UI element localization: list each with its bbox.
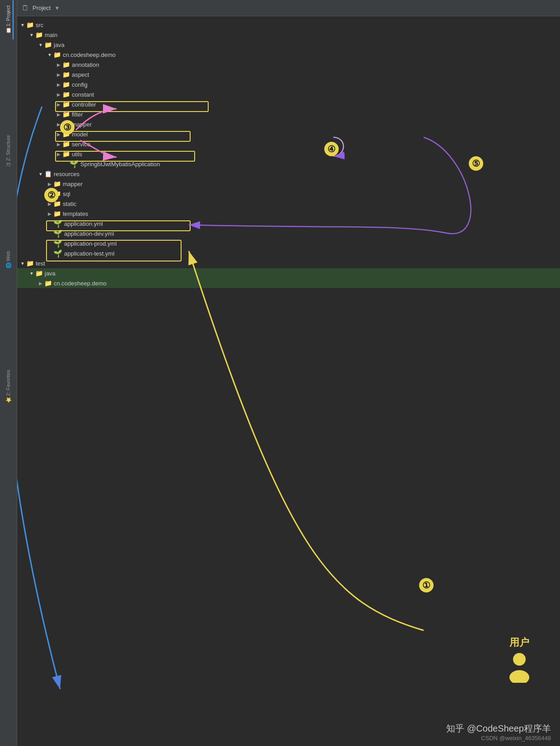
item-label-utils: utils	[72, 151, 82, 158]
user-label: 用户	[509, 636, 529, 649]
tree-item-resources[interactable]: ▼ 📋 resources	[17, 169, 560, 179]
folder-icon-annotation: 📁	[62, 61, 70, 68]
item-label-cn-demo: cn.codesheep.demo	[63, 51, 116, 58]
folder-icon-test-java: 📁	[35, 270, 43, 277]
item-label-app-dev-yml: application-dev.yml	[64, 230, 114, 237]
svg-point-5	[509, 670, 529, 683]
folder-icon-service: 📁	[62, 140, 70, 148]
folder-icon-mapper-resources: 📁	[53, 180, 61, 187]
item-label-config: config	[72, 81, 88, 88]
annotation-5: ⑤	[469, 156, 483, 171]
expand-arrow-constant[interactable]: ▶	[55, 92, 62, 97]
user-icon-svg	[506, 651, 533, 683]
folder-icon-constant: 📁	[62, 91, 70, 98]
item-label-aspect: aspect	[72, 71, 89, 78]
tree-item-aspect[interactable]: ▶ 📁 aspect	[17, 70, 560, 79]
folder-toolbar-icon: 🗒	[22, 4, 29, 12]
tree-item-model[interactable]: ▶ 📁 model	[17, 129, 560, 139]
expand-arrow-annotation[interactable]: ▶	[55, 62, 62, 67]
svg-point-4	[513, 653, 526, 666]
item-label-sql: sql	[63, 191, 70, 197]
tree-item-main[interactable]: ▼ 📁 main	[17, 30, 560, 40]
item-label-test: test	[36, 260, 45, 267]
folder-icon-java: 📁	[44, 41, 52, 48]
item-label-src: src	[36, 22, 43, 28]
folder-icon-config: 📁	[62, 81, 70, 88]
item-label-app-prod-yml: application-prod.yml	[64, 240, 117, 247]
folder-icon-cn-demo: 📁	[53, 51, 61, 58]
expand-arrow-service[interactable]: ▶	[55, 142, 62, 147]
tree-item-filter[interactable]: ▶ 📁 filter	[17, 109, 560, 119]
expand-arrow-java[interactable]: ▼	[37, 42, 44, 47]
spring-test-yml-icon: 🌱	[53, 249, 62, 258]
folder-icon-resources: 📋	[44, 170, 52, 177]
annotation-4: ④	[324, 142, 339, 156]
item-label-model: model	[72, 131, 88, 138]
expand-arrow-main[interactable]: ▼	[28, 33, 35, 37]
project-tab-icon: 📋	[5, 28, 11, 34]
tree-item-config[interactable]: ▶ 📁 config	[17, 79, 560, 89]
tree-item-mapper-resources[interactable]: ▶ 📁 mapper	[17, 179, 560, 189]
tree-item-controller[interactable]: ▶ 📁 controller	[17, 99, 560, 109]
tree-item-java[interactable]: ▼ 📁 java	[17, 40, 560, 50]
tree-item-app-prod-yml[interactable]: ▶ 🌱 application-prod.yml	[17, 238, 560, 248]
expand-arrow-test[interactable]: ▼	[19, 261, 26, 266]
tree-item-annotation[interactable]: ▶ 📁 annotation	[17, 60, 560, 70]
attribution: 知乎 @CodeSheep程序羊 CSDN @weixin_46356448	[446, 723, 551, 741]
tree-item-app-dev-yml[interactable]: ▶ 🌱 application-dev.yml	[17, 228, 560, 238]
tree-item-cn-demo[interactable]: ▼ 📁 cn.codesheep.demo	[17, 50, 560, 60]
expand-arrow-model[interactable]: ▶	[55, 132, 62, 137]
folder-icon-src: 📁	[26, 21, 34, 28]
tree-item-src[interactable]: ▼ 📁 src	[17, 20, 560, 30]
sidebar-tab-project[interactable]: 📋 1: Project	[3, 0, 14, 39]
toolbar-dropdown-arrow[interactable]: ▼	[54, 5, 60, 11]
item-label-test-java: java	[45, 270, 56, 277]
expand-arrow-src[interactable]: ▼	[19, 23, 26, 28]
folder-icon-filter: 📁	[62, 111, 70, 118]
sidebar: 📋 1: Project 🗂 Z: Structure 🌐 Web ⭐ 2: F…	[0, 0, 17, 746]
item-label-app-yml: application.yml	[64, 220, 103, 227]
sidebar-tab-structure[interactable]: 🗂 Z: Structure	[4, 130, 14, 173]
tree-item-service[interactable]: ▶ 📁 service	[17, 139, 560, 149]
sidebar-tab-web[interactable]: 🌐 Web	[3, 246, 14, 274]
tree-item-sql[interactable]: ▶ 📁 sql	[17, 189, 560, 199]
sidebar-tab-favorites[interactable]: ⭐ 2: Favorites	[3, 364, 14, 409]
toolbar: 🗒 Project ▼	[17, 0, 560, 16]
spring-prod-yml-icon: 🌱	[53, 239, 62, 248]
annotation-3: ③	[60, 120, 75, 135]
tree-item-test-cn-demo[interactable]: ▶ 📁 cn.codesheep.demo	[17, 278, 560, 288]
item-label-test-cn-demo: cn.codesheep.demo	[54, 280, 107, 287]
tree-item-test[interactable]: ▼ 📁 test	[17, 258, 560, 268]
expand-arrow-test-java[interactable]: ▼	[28, 271, 35, 276]
item-label-mapper-java: mapper	[72, 121, 92, 128]
tree-item-constant[interactable]: ▶ 📁 constant	[17, 89, 560, 99]
item-label-resources: resources	[54, 171, 79, 177]
tree-item-app-yml[interactable]: ▶ 🌱 application.yml	[17, 219, 560, 228]
expand-arrow-config[interactable]: ▶	[55, 82, 62, 87]
item-label-mapper-resources: mapper	[63, 181, 83, 187]
expand-arrow-filter[interactable]: ▶	[55, 112, 62, 117]
user-figure: 用户	[506, 636, 533, 683]
folder-icon-utils: 📁	[62, 150, 70, 158]
tree-item-test-java[interactable]: ▼ 📁 java	[17, 268, 560, 278]
expand-arrow-resources[interactable]: ▼	[37, 172, 44, 177]
expand-arrow-utils[interactable]: ▶	[55, 152, 62, 157]
expand-arrow-cn-demo[interactable]: ▼	[46, 52, 53, 57]
spring-yml-icon: 🌱	[53, 219, 62, 228]
expand-arrow-templates[interactable]: ▶	[46, 211, 53, 216]
expand-arrow-mapper-resources[interactable]: ▶	[46, 182, 53, 186]
tree-item-static[interactable]: ▶ 📁 static	[17, 199, 560, 209]
attribution-main: 知乎 @CodeSheep程序羊	[446, 723, 551, 735]
tree-item-mapper-java[interactable]: ▶ 📁 mapper	[17, 119, 560, 129]
tree-item-templates[interactable]: ▶ 📁 templates	[17, 209, 560, 219]
expand-arrow-controller[interactable]: ▶	[55, 102, 62, 107]
spring-dev-yml-icon: 🌱	[53, 229, 62, 238]
annotation-2: ②	[44, 188, 59, 202]
spring-app-icon: 🌱	[70, 160, 79, 168]
main-content: 🗒 Project ▼ ▼ 📁 src ▼ 📁 main ▼ 📁 java ▼	[17, 0, 560, 746]
item-label-service: service	[72, 141, 90, 148]
tree-item-app-test-yml[interactable]: ▶ 🌱 application-test.yml	[17, 248, 560, 258]
expand-arrow-aspect[interactable]: ▶	[55, 72, 62, 77]
expand-arrow-test-cn-demo[interactable]: ▶	[37, 281, 44, 286]
folder-icon-aspect: 📁	[62, 71, 70, 78]
